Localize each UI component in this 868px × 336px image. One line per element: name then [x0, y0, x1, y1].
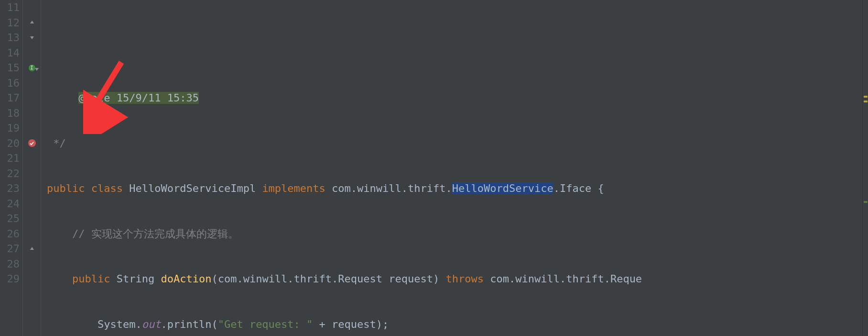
code-text: System. — [98, 318, 142, 330]
info-marker[interactable] — [864, 201, 868, 203]
code-text: out — [142, 318, 161, 330]
fold-start-icon[interactable] — [34, 67, 40, 72]
line-num[interactable]: 16 — [0, 76, 20, 91]
code-text: .println( — [161, 318, 217, 330]
line-num[interactable]: 11 — [0, 0, 20, 15]
line-num[interactable]: 28 — [0, 257, 20, 272]
code-text: + request); — [313, 318, 389, 330]
line-num[interactable]: 17 — [0, 90, 20, 106]
code-text: class — [91, 182, 123, 194]
code-text: .Iface { — [553, 182, 604, 194]
breakpoint-icon[interactable] — [28, 139, 36, 147]
code-text: (com.winwill.thrift.Request request) — [211, 273, 439, 285]
warning-marker[interactable] — [864, 101, 868, 102]
line-num[interactable]: 18 — [0, 106, 20, 121]
code-text: public — [72, 273, 110, 285]
code-text: implements — [262, 182, 325, 194]
line-num[interactable]: 23 — [0, 181, 20, 196]
line-num[interactable]: 29 — [0, 271, 20, 287]
line-num[interactable]: 24 — [0, 196, 20, 212]
highlighted-symbol: HelloWordService — [452, 182, 553, 194]
code-comment: // 实现这个方法完成具体的逻辑。 — [72, 228, 239, 240]
code-area[interactable]: @date 15/9/11 15:35 */ public class Hell… — [41, 0, 862, 336]
error-stripe[interactable] — [862, 0, 868, 336]
line-num[interactable]: 15 — [0, 60, 20, 76]
fold-end-icon[interactable] — [29, 246, 35, 252]
code-text: com.winwill.thrift. — [332, 182, 452, 194]
code-text: @date 15/9/11 15:35 — [78, 92, 199, 104]
fold-start-icon[interactable] — [29, 35, 35, 41]
line-num[interactable]: 14 — [0, 45, 20, 61]
code-text: throws — [446, 273, 484, 285]
line-num[interactable]: 25 — [0, 211, 20, 226]
line-num[interactable]: 13 — [0, 30, 20, 45]
code-text: String — [117, 273, 154, 285]
svg-line-0 — [90, 62, 121, 114]
line-num[interactable]: 12 — [0, 15, 20, 31]
icon-gutter[interactable]: I — [23, 0, 41, 336]
line-num[interactable]: 20 — [0, 136, 20, 151]
code-string: "Get request: " — [218, 318, 313, 330]
code-text: com.winwill.thrift.Reque — [490, 273, 642, 285]
line-number-gutter[interactable]: 11 12 13 14 15 16 17 18 19 20 21 22 23 2… — [0, 0, 23, 336]
code-text: */ — [47, 137, 66, 149]
code-text: HelloWordServiceImpl — [129, 182, 256, 194]
line-num[interactable]: 26 — [0, 226, 20, 242]
line-num[interactable]: 27 — [0, 241, 20, 257]
line-num[interactable]: 19 — [0, 121, 20, 136]
code-method: doAction — [161, 273, 211, 285]
code-editor[interactable]: 11 12 13 14 15 16 17 18 19 20 21 22 23 2… — [0, 0, 868, 336]
line-num[interactable]: 22 — [0, 166, 20, 181]
fold-end-icon[interactable] — [29, 20, 35, 25]
warning-marker[interactable] — [864, 96, 868, 98]
line-num[interactable]: 21 — [0, 151, 20, 166]
code-text: public — [47, 182, 85, 194]
